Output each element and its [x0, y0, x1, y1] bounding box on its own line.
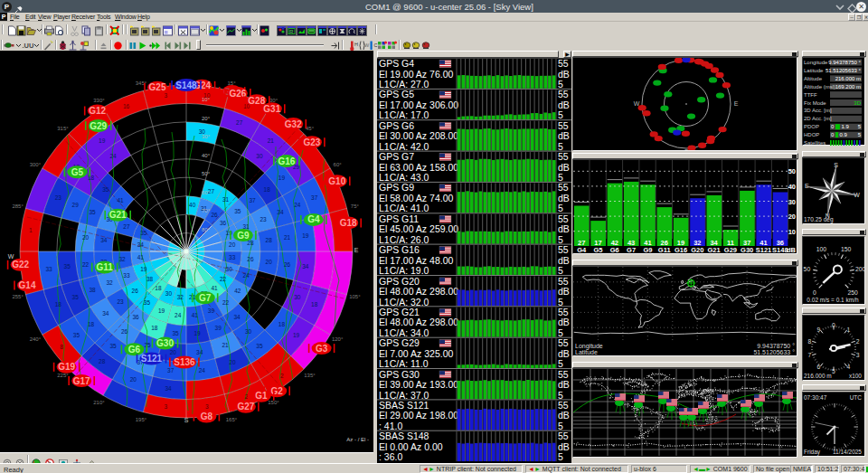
svg-text:E: E [354, 247, 359, 253]
svg-text:0: 0 [832, 322, 835, 328]
svg-text:216.000 m: 216.000 m [804, 373, 832, 379]
svg-text:GPS G4: GPS G4 [379, 58, 414, 69]
svg-text:22: 22 [222, 299, 230, 306]
svg-text:dB: dB [558, 255, 570, 266]
svg-text:35: 35 [234, 208, 241, 214]
svg-text:23: 23 [259, 216, 267, 222]
svg-text:28: 28 [99, 358, 106, 364]
svg-text:L1C/A: 41.0: L1C/A: 41.0 [379, 203, 429, 213]
svg-text:18: 18 [155, 285, 162, 291]
svg-text:20: 20 [82, 234, 90, 241]
svg-text:G11: G11 [97, 262, 114, 272]
svg-text:G21: G21 [708, 246, 721, 253]
svg-text:G8: G8 [201, 412, 213, 421]
svg-text:Az - / El -: Az - / El - [346, 437, 369, 442]
svg-text:35: 35 [144, 299, 151, 306]
svg-text:24: 24 [175, 312, 182, 318]
svg-text:S136: S136 [174, 357, 195, 367]
svg-text:34: 34 [100, 237, 108, 243]
svg-text:G7: G7 [199, 293, 212, 303]
svg-text:3D Acc. [m]: 3D Acc. [m] [804, 108, 832, 113]
svg-text:51.51205633 °: 51.51205633 ° [826, 68, 862, 73]
svg-text:3: 3 [205, 403, 209, 410]
svg-text:Altitude (msl): Altitude (msl) [804, 84, 835, 90]
svg-text:GPS G11: GPS G11 [379, 213, 419, 224]
svg-text:3D: 3D [854, 100, 861, 106]
svg-text:S: S [184, 417, 189, 423]
svg-text:31: 31 [242, 223, 250, 230]
svg-text:El 39.00 Az 193.00: El 39.00 Az 193.00 [379, 379, 458, 390]
svg-text:G6: G6 [610, 246, 619, 253]
svg-text:G23: G23 [303, 137, 320, 147]
svg-text:5: 5 [558, 234, 563, 245]
svg-text:dB: dB [558, 99, 570, 110]
svg-text:195°: 195° [136, 417, 147, 422]
svg-text:G4: G4 [577, 246, 587, 253]
svg-text:55: 55 [558, 120, 569, 131]
svg-text:PDOP: PDOP [804, 124, 819, 129]
svg-text:55: 55 [558, 276, 569, 287]
svg-text:34: 34 [165, 385, 172, 392]
svg-text:El 63.00 Az 158.00: El 63.00 Az 158.00 [379, 162, 458, 173]
svg-text:150°: 150° [268, 400, 279, 405]
svg-text:36: 36 [132, 314, 139, 320]
svg-text:36: 36 [220, 220, 227, 226]
svg-text:4: 4 [847, 364, 851, 370]
svg-text:30: 30 [226, 266, 233, 272]
svg-text:169.200 m: 169.200 m [835, 84, 861, 90]
svg-text:GPS G16: GPS G16 [379, 244, 420, 255]
svg-text:2: 2 [856, 338, 860, 345]
svg-text:L1C/A: 11.0: L1C/A: 11.0 [379, 358, 429, 369]
svg-text:G27: G27 [237, 402, 254, 412]
svg-text:20: 20 [170, 349, 177, 355]
svg-text:dB: dB [558, 223, 570, 234]
svg-text:33: 33 [229, 254, 236, 260]
svg-text:GPS G30: GPS G30 [379, 369, 420, 380]
svg-text:9.94378750 °: 9.94378750 ° [757, 343, 795, 349]
svg-text:19: 19 [278, 175, 286, 181]
svg-text:55: 55 [558, 400, 569, 411]
svg-text:1.9: 1.9 [841, 124, 849, 129]
svg-text:55: 55 [558, 369, 569, 380]
svg-text:165°: 165° [226, 417, 238, 422]
svg-text:40: 40 [788, 183, 796, 191]
svg-text:GPS G7: GPS G7 [379, 151, 414, 162]
svg-text:50: 50 [788, 167, 796, 175]
svg-text:El 48.00 Az 298.00: El 48.00 Az 298.00 [379, 286, 458, 297]
svg-text:Satellites: Satellites [804, 140, 826, 146]
svg-text:38: 38 [89, 287, 96, 293]
svg-text:19: 19 [158, 307, 165, 314]
svg-text:R: R [289, 29, 294, 34]
svg-text:1: 1 [29, 227, 33, 233]
svg-text:G9: G9 [643, 246, 652, 253]
svg-text:.UU: .UU [23, 42, 34, 50]
svg-text:18: 18 [264, 186, 271, 193]
svg-text:255°: 255° [12, 294, 24, 299]
svg-text:dB: dB [787, 246, 797, 253]
svg-text:35: 35 [140, 230, 147, 236]
svg-text:L1C/A: 32.0: L1C/A: 32.0 [379, 297, 429, 307]
svg-text:S148: S148 [175, 80, 197, 90]
svg-text:L1C/A: 34.0: L1C/A: 34.0 [379, 327, 429, 338]
svg-text:Fix Mode: Fix Mode [804, 100, 826, 106]
svg-text:22: 22 [220, 276, 227, 282]
svg-text:285°: 285° [12, 203, 24, 209]
svg-text:55: 55 [558, 337, 569, 348]
svg-text:G7: G7 [627, 246, 636, 253]
svg-text:L1C/A: 27.0: L1C/A: 27.0 [379, 79, 429, 90]
svg-text:L1C/A: 37.0: L1C/A: 37.0 [379, 390, 429, 401]
svg-text:G2: G2 [271, 386, 284, 396]
svg-text:150: 150 [841, 246, 852, 252]
svg-text:35: 35 [72, 294, 80, 300]
svg-text:30°: 30° [202, 134, 211, 139]
svg-text:18: 18 [88, 175, 95, 181]
svg-text:10°: 10° [202, 97, 211, 102]
svg-text:20: 20 [788, 213, 796, 221]
svg-text:135°: 135° [304, 373, 316, 378]
svg-text:5: 5 [558, 451, 563, 462]
svg-text:G12: G12 [89, 106, 106, 116]
svg-text:S: S [834, 162, 838, 168]
svg-text:G17: G17 [73, 376, 90, 386]
svg-text:5: 5 [558, 390, 563, 401]
svg-text:35: 35 [109, 343, 117, 349]
